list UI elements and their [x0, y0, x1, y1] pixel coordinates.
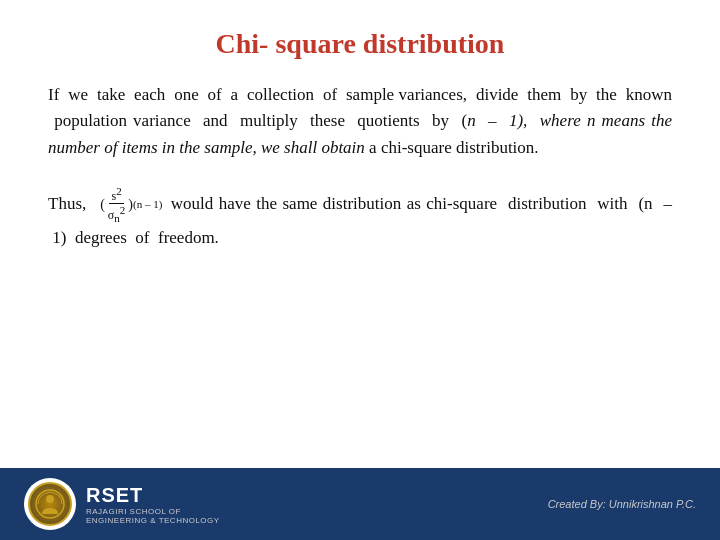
- logo-inner: [28, 482, 72, 526]
- logo-area: RSET RAJAGIRI SCHOOL OFENGINEERING & TEC…: [24, 478, 220, 530]
- sub-n-minus-1: (n – 1): [133, 196, 162, 213]
- footer: RSET RAJAGIRI SCHOOL OFENGINEERING & TEC…: [0, 468, 720, 540]
- logo-name: RSET: [86, 484, 220, 507]
- paragraph-2: Thus, (s2σn2)(n – 1) would have the same…: [48, 185, 672, 251]
- italic-text-1: n – 1), where n means the number of item…: [48, 111, 672, 156]
- logo-subtitle: RAJAGIRI SCHOOL OFENGINEERING & TECHNOLO…: [86, 507, 220, 525]
- paragraph-1: If we take each one of a collection of s…: [48, 82, 672, 161]
- logo-circle: [24, 478, 76, 530]
- slide: Chi- square distribution If we take each…: [0, 0, 720, 540]
- svg-point-1: [46, 495, 54, 503]
- thus-label: Thus,: [48, 194, 97, 213]
- footer-credit: Created By: Unnikrishnan P.C.: [548, 498, 696, 510]
- denominator: σn2: [106, 204, 127, 224]
- sup-2: 2: [116, 185, 122, 197]
- slide-title: Chi- square distribution: [48, 28, 672, 60]
- sup-2-den: 2: [120, 204, 126, 216]
- formula: (s2σn2)(n – 1): [100, 185, 162, 225]
- main-content: Chi- square distribution If we take each…: [0, 0, 720, 468]
- logo-text-area: RSET RAJAGIRI SCHOOL OFENGINEERING & TEC…: [86, 484, 220, 525]
- numerator: s2: [109, 185, 123, 204]
- logo-svg: [34, 488, 66, 520]
- fraction: s2σn2: [106, 185, 127, 225]
